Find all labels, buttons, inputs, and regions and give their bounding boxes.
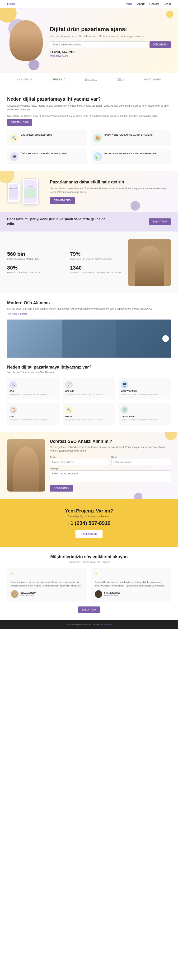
- author-role-0: CEO FOUNDER: [20, 594, 36, 596]
- logo-3: Mockup: [85, 78, 98, 81]
- author-name-1: FRANK KINNEY: [104, 592, 120, 594]
- service-icon-2: 💻: [10, 152, 19, 161]
- service-card-3-5: 🛡️ BARINDIRMA Sample text. Click to sele…: [118, 403, 171, 425]
- author-info-1: FRANK KINNEY WEB FOUNDER: [104, 592, 120, 596]
- seo-form-section: Ücretsiz SEO Analizi Alınır mı? Nec feug…: [0, 432, 178, 499]
- testimonial-text-1: Proin sed blanis enim sed taucibus turpi…: [95, 581, 167, 587]
- nav-home[interactable]: Home: [124, 2, 132, 6]
- service-card-3-3: 📋 CMS Sample text. Click to select the T…: [7, 403, 60, 425]
- seo-email-input[interactable]: [50, 459, 109, 465]
- new-project-description: Bu sayfaya hiç birini çalışın için bu al…: [7, 515, 171, 518]
- why-section: Neden dijital pazarlamaya ihtiyacınız va…: [0, 86, 178, 171]
- cta-text: Daha fazla müşteriyi dönüştürün ve şimdi…: [7, 217, 107, 226]
- service-card-3-1: 📈 GELİŞİM Sample text. Click to select t…: [63, 378, 115, 399]
- phone-mock-big: Lorem: [22, 178, 39, 205]
- nav-about[interactable]: About: [137, 2, 145, 6]
- svc-desc-1: Sample text. Click to select the Text El…: [65, 393, 113, 396]
- gallery-img-1: [7, 320, 62, 358]
- svc-icon-2: 🖥️: [121, 381, 128, 388]
- nav-team[interactable]: Team: [164, 2, 171, 6]
- stat-value-0: 560 bin: [7, 251, 65, 257]
- testimonials-cta-button[interactable]: BAŞLAYALIM: [78, 606, 100, 613]
- svc-desc-2: Sample text. Click to select the Text El…: [121, 393, 169, 396]
- quote-icon-0: ": [11, 572, 83, 579]
- phone-chart: [9, 190, 19, 197]
- cta-banner: Daha fazla müşteriyi dönüştürün ve şimdi…: [0, 212, 178, 232]
- cta-button[interactable]: BAŞLAYALIM: [149, 218, 171, 225]
- logos-bar: NEW WAVE ORGANIC Mockup Alba WORDMARK: [0, 73, 178, 86]
- seo-name-label: Name: [111, 456, 171, 458]
- author-info-0: CELIA ALMEDA CEO FOUNDER: [20, 592, 36, 596]
- stats-grid: 560 bin DİJİTAL KÜRESEL KİTLE ERİŞİMİ 79…: [7, 251, 128, 274]
- seo-message-col: Message: [50, 467, 171, 483]
- footer-brand-link[interactable]: Template: [104, 624, 112, 626]
- service-text-3: PAZARLAMA STRATEJİSİ VE SEO KAMPANYALARI: [104, 152, 157, 156]
- seo-name-input[interactable]: [111, 459, 171, 465]
- seo-silhouette: [13, 446, 39, 492]
- service-card-2: 💻 ÜRÜN KULLANICI DENEYİMİ VE GELİŞTİRME: [7, 149, 87, 164]
- service-title-0: ÜRÜNÜ KEŞFEDİN, KEŞFEDİN: [21, 134, 52, 136]
- seo-form-area: Ücretsiz SEO Analizi Alınır mı? Nec feug…: [50, 439, 171, 492]
- stat-label-0: DİJİTAL KÜRESEL KİTLE ERİŞİMİ: [7, 258, 65, 260]
- stat-value-1: 79%: [70, 251, 128, 257]
- stat-item-3: 1340 PAZARLAMA STRATEJİSİ VE SEO KAMPANY…: [70, 265, 128, 274]
- marketing-text: Pazarlamanızı daha etkili hale getirin N…: [50, 180, 171, 204]
- phone-screen-small: Lorem sit: [9, 184, 18, 200]
- why-title: Neden dijital pazarlamaya ihtiyacınız va…: [7, 96, 171, 102]
- service-icon-1: 🎨: [93, 134, 102, 142]
- svc-icon-3: 📋: [9, 406, 17, 414]
- svc-icon-1: 📈: [65, 381, 73, 388]
- services-grid: 🔍 ÜRÜNÜ KEŞFEDİN, KEŞFEDİN 🎨 SANAT YÖNET…: [7, 130, 171, 164]
- seo-email-label: Email: [50, 456, 109, 458]
- phone-label-small: Lorem sit: [10, 187, 17, 189]
- testimonial-card-0: " Proin sed blanis enim sed taucibus tur…: [7, 568, 87, 602]
- quote-icon-1: ": [95, 572, 167, 579]
- marketing-cta-button[interactable]: DENMEMI DEĞİ: [50, 197, 75, 204]
- svc-desc-4: Sample text. Click to select the Text El…: [65, 418, 113, 422]
- marketing-phones: Lorem sit Lorem: [7, 178, 45, 205]
- author-role-1: WEB FOUNDER: [104, 594, 120, 596]
- seo-message-input[interactable]: [50, 470, 171, 482]
- stat-item-0: 560 bin DİJİTAL KÜRESEL KİTLE ERİŞİMİ: [7, 251, 65, 260]
- why-description: Amet luctus venenatis lectus magna fring…: [7, 104, 171, 111]
- seo-submit-button[interactable]: GÖNDERMEK: [50, 485, 73, 492]
- nav-contact[interactable]: Contact: [149, 2, 159, 6]
- blob-yellow-small: [166, 11, 173, 18]
- office-title: Modern Ofis Alanımız: [7, 301, 171, 305]
- hero-email-input[interactable]: [50, 41, 148, 48]
- svc-icon-4: 🔧: [65, 406, 73, 414]
- service-icon-3: 📊: [93, 152, 102, 161]
- service-text-2: ÜRÜN KULLANICI DENEYİMİ VE GELİŞTİRME: [21, 152, 67, 156]
- svc-icon-0: 🔍: [9, 381, 17, 388]
- office-link[interactable]: Ten resim Fotoğraf: [7, 313, 27, 315]
- stat-label-3: PAZARLAMA STRATEJİSİ VE SEO KAMPANYALARI: [70, 272, 128, 274]
- stat-value-3: 1340: [70, 265, 128, 271]
- footer: © 2023 All Rights Reserved. Design by Te…: [0, 620, 178, 629]
- service-title-1: SANAT YÖNETMENLİĞİ VE MARKA STRATEJİSİ: [104, 134, 153, 136]
- new-project-button[interactable]: BAŞLAYALIM: [76, 530, 102, 538]
- svc-title-0: SEO: [9, 390, 57, 392]
- why-digital-subtitle: Sample text. Click to select the Text El…: [7, 371, 171, 374]
- gallery-img-2: [62, 320, 116, 358]
- hero-section: Dijital ürün pazarlama ajansı Delectus b…: [0, 8, 178, 73]
- stats-person-image: [128, 239, 171, 286]
- stat-label-1: SEYİRCİNİN 34 YAŞININ ALTINDA OLMASI: [70, 258, 128, 260]
- new-project-phone: +1 (234) 567-8910: [7, 520, 171, 526]
- why-digital-title: Neden dijital pazarlamaya ihtiyacınız va…: [7, 365, 171, 370]
- marketing-description: Nec feugiat nisl pretium fusce id. Justo…: [50, 187, 171, 194]
- seo-message-label: Message: [50, 467, 171, 470]
- gallery-arrow-button[interactable]: ›: [162, 335, 169, 342]
- testimonials-btn-area: BAŞLAYALIM: [7, 606, 171, 613]
- why-cta-button[interactable]: DENMEMI DEĞİ: [7, 119, 32, 126]
- person-silhouette: [135, 246, 164, 286]
- new-project-section: Yeni Projeniz Var mı? Bu sayfaya hiç bir…: [0, 499, 178, 547]
- svc-icon-5: 🛡️: [121, 406, 128, 414]
- svc-title-5: BARINDIRMA: [121, 415, 169, 418]
- blob-seo-2: [134, 493, 142, 499]
- service-card-0: 🔍 ÜRÜNÜ KEŞFEDİN, KEŞFEDİN: [7, 130, 87, 146]
- seo-person-image: [7, 439, 45, 492]
- hero-submit-button[interactable]: GÖNDERMEK: [150, 41, 171, 48]
- marketing-section: Lorem sit Lorem Pazarlamanızı daha etkil…: [0, 171, 178, 212]
- phone-mock-small: Lorem sit: [7, 182, 20, 202]
- author-name-0: CELIA ALMEDA: [20, 592, 36, 594]
